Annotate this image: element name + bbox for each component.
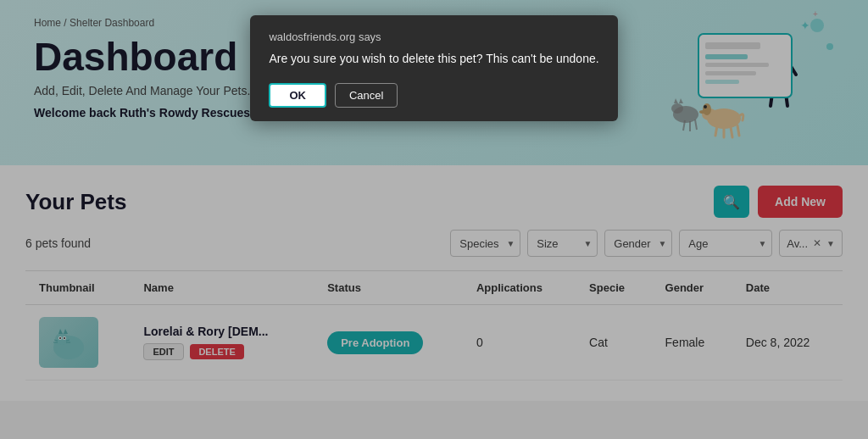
dialog-site: waldosfriends.org says	[269, 31, 598, 43]
dialog-cancel-button[interactable]: Cancel	[335, 83, 398, 108]
confirm-dialog: waldosfriends.org says Are you sure you …	[250, 15, 617, 121]
dialog-overlay: waldosfriends.org says Are you sure you …	[0, 0, 868, 439]
dialog-buttons: OK Cancel	[269, 83, 598, 108]
dialog-message: Are you sure you wish to delete this pet…	[269, 50, 598, 68]
dialog-ok-button[interactable]: OK	[269, 83, 326, 108]
